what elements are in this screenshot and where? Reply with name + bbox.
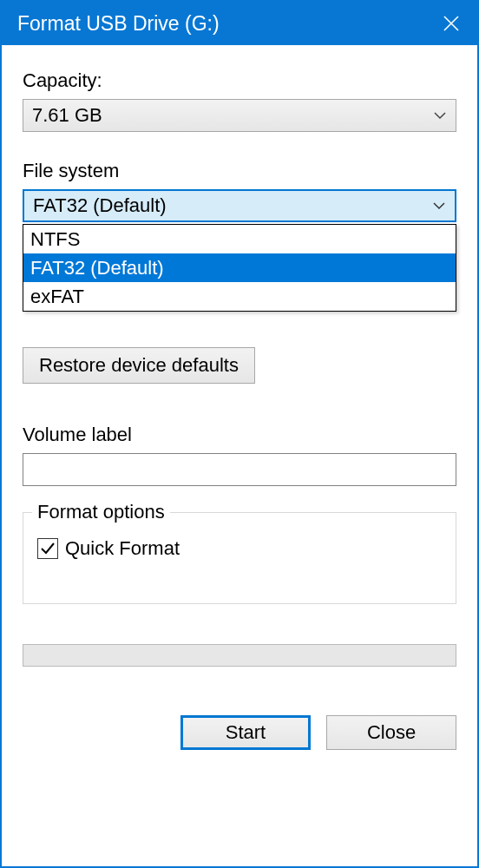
filesystem-dropdown-list: NTFS FAT32 (Default) exFAT: [23, 224, 456, 312]
quick-format-checkbox[interactable]: [37, 538, 58, 559]
close-window-button[interactable]: [425, 2, 477, 45]
close-icon: [443, 15, 460, 32]
filesystem-option-fat32[interactable]: FAT32 (Default): [23, 253, 456, 282]
filesystem-label: File system: [23, 160, 456, 182]
progress-bar: [23, 644, 456, 667]
volume-input[interactable]: [23, 453, 456, 486]
quick-format-row: Quick Format: [37, 537, 442, 560]
volume-label: Volume label: [23, 424, 456, 446]
format-dialog: Format USB Drive (G:) Capacity: 7.61 GB …: [0, 0, 479, 868]
capacity-value: 7.61 GB: [32, 104, 433, 127]
filesystem-option-exfat[interactable]: exFAT: [23, 282, 456, 311]
capacity-dropdown[interactable]: 7.61 GB: [23, 99, 456, 132]
volume-section: Volume label: [23, 424, 456, 486]
filesystem-section: File system FAT32 (Default) NTFS FAT32 (…: [23, 160, 456, 309]
dialog-content: Capacity: 7.61 GB File system FAT32 (Def…: [2, 45, 477, 866]
quick-format-label: Quick Format: [65, 537, 180, 560]
chevron-down-icon: [432, 199, 446, 213]
start-button[interactable]: Start: [180, 715, 311, 750]
filesystem-option-ntfs[interactable]: NTFS: [23, 225, 456, 253]
check-icon: [40, 541, 56, 556]
format-options-title: Format options: [32, 501, 170, 523]
window-title: Format USB Drive (G:): [17, 12, 425, 36]
filesystem-value: FAT32 (Default): [33, 194, 432, 217]
titlebar: Format USB Drive (G:): [2, 2, 477, 45]
chevron-down-icon: [433, 108, 447, 122]
restore-defaults-button[interactable]: Restore device defaults: [23, 347, 255, 384]
close-button[interactable]: Close: [326, 715, 456, 750]
button-row: Start Close: [23, 715, 456, 750]
format-options-group: Format options Quick Format: [23, 512, 456, 604]
filesystem-dropdown[interactable]: FAT32 (Default): [23, 189, 456, 222]
capacity-label: Capacity:: [23, 69, 456, 92]
